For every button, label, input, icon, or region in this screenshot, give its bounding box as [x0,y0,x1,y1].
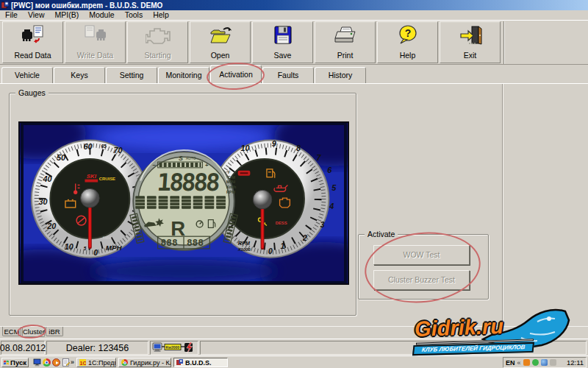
speedo-minor-number: 5 [84,246,87,251]
open-button[interactable]: Open [190,21,251,63]
tach-number: 4 [329,202,334,210]
media-player-icon[interactable] [52,358,60,367]
tach-number: 0 [268,247,273,255]
menu-help[interactable]: Help [148,10,174,20]
print-button[interactable]: Print [315,21,376,63]
help-label: Help [400,51,416,60]
tach-number: 1 [281,241,285,250]
1c-icon: 1C [79,359,86,366]
gauge-cluster-graphic: 0 10 20 30 40 50 60 70 5 65 MPH SKI CRUI… [20,123,348,283]
starting-button[interactable]: Starting [127,21,188,63]
tab-history[interactable]: History [315,67,366,83]
tach-number: 5 [331,183,337,192]
tray-icon-antivirus[interactable] [532,359,539,366]
write-data-icon [84,25,107,46]
speedo-number: 60 [83,142,92,151]
ski-indicator: SKI [87,173,97,180]
tab-setting[interactable]: Setting [106,67,157,83]
chrome-icon[interactable] [43,358,51,367]
start-label: Пуск [10,358,26,367]
menu-file[interactable]: File [0,10,23,20]
tach-number: 7 [317,153,322,162]
tach-unit-rpm: RPM [238,240,251,247]
activate-group-label: Activate [365,230,398,238]
lcd-plus: + [205,162,209,169]
menu-view[interactable]: View [23,10,50,20]
speedo-minor-number: 65 [101,144,107,149]
exit-button[interactable]: Exit [440,21,501,63]
svg-text:1C: 1C [80,361,87,366]
notepad-icon[interactable] [62,358,70,367]
windows-flag-icon [4,359,9,366]
tach-unit-x1000: X1000 [237,247,251,252]
svg-text:?: ? [404,27,411,39]
tab-monitoring[interactable]: Monitoring [158,67,209,83]
tab-page-top-border [0,83,588,84]
buds-task-icon [176,359,183,366]
starting-engine-icon [146,25,171,46]
taskbar: Пуск » 1C 1С:Предприятие - Комп... Гидри… [0,355,588,368]
tray-icon-network[interactable] [541,359,548,366]
lcd-minus: − [152,162,156,169]
app-icon [1,1,9,9]
tray-chevron[interactable]: « [517,359,521,367]
tray-icon-orange[interactable] [523,359,530,366]
connection-status-graphic: Kw2000 [152,342,198,354]
gauges-group-label: Gauges [15,88,49,97]
read-data-button[interactable]: Read Data [2,21,63,63]
title-bar: [PWC] мои ошибки.mpem - B.U.D.S. DEMO [0,0,588,10]
cruise-indicator: CRUISE [99,177,115,181]
task-label: B.U.D.S. [185,359,212,367]
tach-number: 8 [296,144,301,152]
speedo-number: 30 [39,197,48,206]
taskbar-button-browser[interactable]: Гидрик.ру - Клуб люби... [118,358,171,367]
toolbar-divider [503,21,505,64]
lcd-unit: Km/h [226,185,236,189]
lcd-logo: S [179,155,183,162]
speedo-unit-label: MPH [106,244,123,252]
start-button[interactable]: Пуск [1,358,29,367]
save-label: Save [274,51,292,60]
help-button[interactable]: ? Help [377,21,438,63]
language-indicator[interactable]: EN [506,359,515,367]
lcd-unit: °C M [226,175,236,180]
menu-tools[interactable]: Tools [120,10,148,20]
tach-number: 9 [272,139,276,148]
speedo-number: 0 [93,248,98,257]
status-dealer-panel: Dealer: 123456 [46,341,148,355]
print-label: Print [337,51,354,60]
tab-vehicle[interactable]: Vehicle [1,67,53,83]
lcd-odometer: 888 888 [158,236,210,249]
write-data-button[interactable]: Write Data [65,21,126,63]
save-button[interactable]: Save [252,21,313,63]
task-label: Гидрик.ру - Клуб люби... [130,359,171,367]
taskbar-button-1c[interactable]: 1C 1С:Предприятие - Комп... [76,358,116,367]
starting-label: Starting [144,51,171,60]
quicklaunch-overflow-chevron[interactable]: » [71,358,74,366]
watermark-title: Gidrik.ru [414,314,503,342]
menu-mpi[interactable]: MPI(B) [50,10,85,20]
tab-keys[interactable]: Keys [54,67,105,83]
lcd-auto-label: AUTO [186,157,196,160]
lcd-unit: °F [226,170,231,174]
tray-icon-volume[interactable] [550,359,556,366]
chrome-tab-icon [121,359,128,366]
tach-number: 6 [327,166,332,174]
taskbar-button-buds[interactable]: B.U.D.S. [173,358,228,367]
speedo-number: 50 [57,153,65,162]
lcd-odometer-right: 888 [187,237,204,248]
system-tray: EN « 12:11 [503,357,587,368]
help-icon: ? [397,25,419,46]
tab-faults[interactable]: Faults [262,67,314,83]
lcd-odometer-left: 888 [161,237,178,248]
ski-indicator-bar [85,180,98,183]
page-tab-strip: Vehicle Keys Setting Monitoring Activati… [0,65,588,83]
menu-module[interactable]: Module [84,10,119,20]
read-data-label: Read Data [14,51,51,60]
show-desktop-icon[interactable] [33,358,41,367]
toolbar: Read Data Write Data Starting Open [0,20,588,65]
gidrik-watermark: Gidrik.ru КЛУБ ЛЮБИТЕЛЕЙ ГИДРОЦИКЛОВ [410,308,570,354]
taskbar-clock[interactable]: 12:11 [567,358,584,367]
module-tab-ibr[interactable]: iBR [46,327,63,336]
lcd-main-value: 18888 [157,169,220,197]
